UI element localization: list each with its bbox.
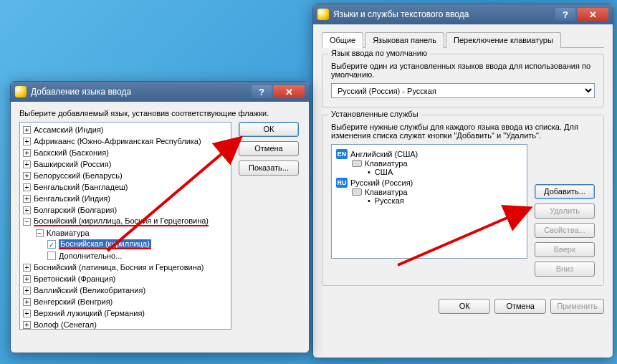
expand-icon[interactable]: + [23,149,31,157]
down-button[interactable]: Вниз [535,262,595,277]
close-button[interactable]: ✕ [273,85,305,98]
expand-icon[interactable]: + [23,275,31,283]
tab-key-switch[interactable]: Переключение клавиатуры [446,32,561,48]
tab-language-bar[interactable]: Языковая панель [365,32,444,48]
add-button[interactable]: Добавить... [535,184,595,199]
list-item[interactable]: +Баскский (Баскония) [21,147,228,158]
list-item[interactable]: +Валлийский (Великобритания) [21,284,228,296]
lang-ru[interactable]: RU Русский (Россия) [336,178,522,188]
group-title: Установленные службы [328,110,421,118]
lang-name: Русский (Россия) [350,178,413,187]
services-tree[interactable]: EN Английский (США) Клавиатура США RU Ру… [331,144,527,259]
list-layout-more[interactable]: Дополнительно... [21,250,228,262]
help-button[interactable]: ? [555,8,575,21]
list-item[interactable]: +Верхний лужицкий (Германия) [21,307,228,319]
expand-icon[interactable]: + [23,298,31,306]
expand-icon[interactable]: + [23,126,31,134]
lang-icon-ru: RU [336,178,348,188]
checkbox-icon[interactable] [47,252,56,260]
properties-button[interactable]: Свойства... [535,223,595,238]
apply-button[interactable]: Применить [550,299,604,314]
list-item[interactable]: +Бенгальский (Бангладеш) [21,181,228,193]
expand-icon[interactable]: + [23,138,31,145]
kbd-label: Клавиатура [336,188,522,196]
list-item[interactable]: +Бенгальский (Индия) [21,193,228,204]
list-item[interactable]: +Бретонский (Франция) [21,273,228,284]
list-item[interactable]: +Болгарский (Болгария) [21,204,228,216]
service-buttons: Добавить... Удалить Свойства... Вверх Вн… [535,144,595,277]
cancel-button[interactable]: Отмена [494,299,546,314]
list-item-expanded[interactable]: −Боснийский (кириллица, Босния и Герцего… [21,216,228,227]
tab-general[interactable]: Общие [322,32,363,48]
dialog-buttons: ОК Отмена Показать... [239,122,299,330]
group-title: Язык ввода по умолчанию [328,49,430,57]
lang-en[interactable]: EN Английский (США) [336,149,522,159]
tabstrip: Общие Языковая панель Переключение клави… [322,32,604,48]
content: Общие Языковая панель Переключение клави… [313,24,613,322]
expand-icon[interactable]: + [23,206,31,214]
globe-icon [317,9,329,20]
installed-services-group: Установленные службы Выберите нужные слу… [322,115,604,286]
layout-en[interactable]: США [336,168,522,176]
add-language-window: Добавление языка ввода ? ✕ Выберите доба… [10,81,310,353]
expand-icon[interactable]: + [23,310,31,317]
ok-button[interactable]: ОК [239,122,299,137]
expand-icon[interactable]: + [23,321,31,329]
layout-ru[interactable]: Русская [336,196,522,205]
expand-icon[interactable]: + [23,183,31,191]
default-language-combo[interactable]: Русский (Россия) - Русская [331,83,595,98]
expand-icon[interactable]: + [23,195,31,203]
list-item[interactable]: +Африкаанс (Южно-Африканская Республика) [21,135,228,147]
list-subitem[interactable]: −Клавиатура [21,227,228,239]
keyboard-icon [352,160,362,167]
default-language-group: Язык ввода по умолчанию Выберите один из… [322,54,604,107]
window-title: Добавление языка ввода [31,87,252,97]
checkbox-checked-icon[interactable]: ✓ [47,240,56,249]
close-button[interactable]: ✕ [577,8,608,21]
expand-icon[interactable]: + [23,287,31,294]
up-button[interactable]: Вверх [535,242,595,257]
expand-icon[interactable]: + [23,172,31,180]
lang-icon-en: EN [336,149,348,159]
dialog-footer: ОК Отмена Применить [322,293,604,314]
titlebar: Добавление языка ввода ? ✕ [11,82,309,102]
expand-icon[interactable]: + [23,161,31,168]
titlebar: Языки и службы текстового ввода ? ✕ [313,4,613,24]
delete-button[interactable]: Удалить [535,203,595,219]
keyboard-icon [352,188,362,196]
expand-icon[interactable]: + [23,264,31,272]
language-list[interactable]: +Ассамский (Индия) +Африкаанс (Южно-Афри… [19,122,231,330]
lang-name: Английский (США) [350,150,418,158]
cancel-button[interactable]: Отмена [239,141,299,156]
ok-button[interactable]: ОК [439,299,490,314]
group-text: Выберите один из установленных языков вв… [331,62,595,79]
content: Выберите добавляемый язык, установив соо… [11,102,309,338]
list-item[interactable]: +Венгерский (Венгрия) [21,296,228,307]
window-title: Языки и службы текстового ввода [333,9,555,19]
list-item[interactable]: +Ассамский (Индия) [21,124,228,135]
list-layout-checked[interactable]: ✓Боснийская (кириллица) [21,239,228,250]
help-button[interactable]: ? [252,85,272,98]
collapse-icon[interactable]: − [23,218,31,226]
list-item[interactable]: +Башкирский (Россия) [21,158,228,170]
list-item[interactable]: +Волоф (Сенегал) [21,319,228,330]
group-text: Выберите нужные службы для каждого языка… [331,123,595,140]
globe-icon [15,86,27,97]
list-item[interactable]: +Боснийский (латиница, Босния и Герцегов… [21,262,228,273]
list-item[interactable]: +Белорусский (Беларусь) [21,170,228,181]
text-services-window: Языки и службы текстового ввода ? ✕ Общи… [312,4,613,358]
kbd-label: Клавиатура [336,159,522,168]
collapse-icon[interactable]: − [36,229,44,237]
show-button[interactable]: Показать... [239,161,299,176]
instruction-text: Выберите добавляемый язык, установив соо… [19,109,300,118]
